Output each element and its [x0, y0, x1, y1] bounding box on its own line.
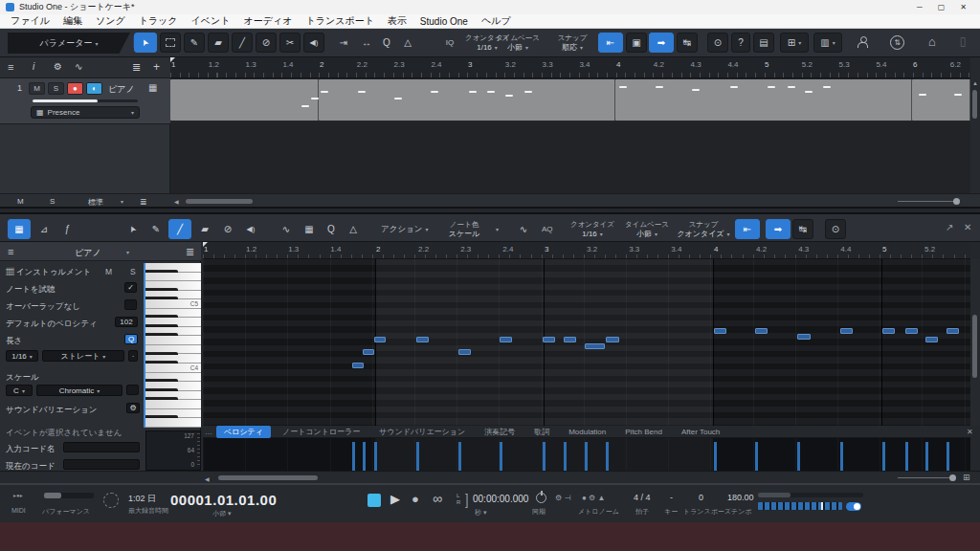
velocity-bar[interactable] — [363, 442, 366, 471]
stop-button[interactable] — [368, 494, 381, 507]
autoscroll-button[interactable]: ⇥ — [333, 33, 354, 53]
score-view-button[interactable]: ƒ — [56, 219, 78, 239]
editor-mute-tool[interactable]: ⊘ — [217, 219, 238, 239]
playhead-flag[interactable] — [170, 57, 175, 62]
midi-note[interactable] — [374, 337, 386, 342]
midi-clip[interactable] — [319, 79, 615, 121]
length-q-button[interactable]: Q — [124, 334, 138, 344]
close-button[interactable]: ✕ — [960, 3, 967, 11]
paint-tool-button[interactable]: ╱ — [232, 33, 253, 53]
velocity-bar[interactable] — [458, 442, 461, 471]
arrange-empty-area[interactable] — [170, 122, 970, 193]
transpose-value[interactable]: 0 — [699, 493, 703, 502]
scroll-left-icon[interactable]: ◀ — [174, 198, 179, 205]
arrange-timeline-ruler[interactable]: 11.21.31.422.22.32.433.23.33.444.24.34.4… — [170, 57, 970, 78]
midi-note[interactable] — [458, 349, 471, 355]
menu-item[interactable]: トラック — [132, 14, 185, 28]
drum-view-button[interactable]: ⊿ — [33, 219, 55, 239]
record-button[interactable]: ● — [412, 492, 419, 506]
velocity-bar[interactable] — [606, 442, 609, 471]
maximize-button[interactable]: ▢ — [938, 3, 946, 11]
arrange-track-lane[interactable] — [170, 78, 970, 122]
zoom-q-button[interactable]: Q — [378, 33, 395, 53]
current-chord-field[interactable] — [63, 459, 140, 470]
menu-item[interactable]: ヘルプ — [475, 14, 518, 28]
help-button[interactable]: ? — [731, 33, 750, 53]
velocity-bar[interactable] — [500, 442, 502, 471]
play-button[interactable]: ▶ — [390, 492, 400, 506]
midi-note[interactable] — [882, 328, 895, 334]
grid-value-dropdown[interactable]: 1/16▾ — [6, 350, 38, 362]
midi-note[interactable] — [363, 349, 374, 355]
track-mute-button[interactable]: M — [29, 82, 45, 95]
eraser-tool-button[interactable]: ▰ — [208, 33, 229, 53]
curve-lines-button[interactable]: ∿ — [513, 219, 534, 239]
scroll-up-icon[interactable]: ▲ — [972, 80, 978, 86]
editor-zoom-knob[interactable] — [949, 474, 956, 481]
time-signature-value[interactable]: 4 / 4 — [634, 493, 651, 502]
metronome-button[interactable]: △ — [397, 33, 418, 53]
show-automation-button[interactable]: ∿ — [276, 219, 297, 239]
snap-control[interactable]: スナップ順応▾ — [547, 32, 597, 55]
timebase-control[interactable]: タイムベース小節▾ — [490, 32, 546, 55]
editor-track-name[interactable]: ピアノ — [75, 247, 101, 259]
midi-note[interactable] — [500, 337, 512, 342]
lane-tab-item[interactable]: Modulation — [561, 427, 613, 437]
playhead-flag[interactable] — [203, 242, 208, 247]
menu-item[interactable]: ファイル — [4, 14, 56, 28]
editor-expand-button[interactable]: ↹ — [792, 219, 813, 239]
scale-root-dropdown[interactable]: C▾ — [6, 385, 33, 396]
menu-item[interactable]: ソング — [89, 14, 132, 28]
lane-tab-item[interactable]: ノートコントローラー — [275, 426, 368, 438]
zoom-slider-knob[interactable] — [953, 198, 960, 205]
snap-to-bar-toggle[interactable]: ⇤ — [598, 33, 623, 53]
chevron-down-icon[interactable]: ▾ — [496, 226, 499, 232]
midi-note[interactable] — [416, 337, 429, 342]
global-solo-button[interactable]: S — [50, 197, 55, 206]
midi-note[interactable] — [352, 363, 364, 368]
velocity-bar[interactable] — [714, 442, 717, 471]
midi-note[interactable] — [947, 328, 959, 334]
track-list-icon[interactable]: ≣ — [132, 61, 141, 74]
hamburger-icon[interactable]: ≡ — [8, 246, 13, 257]
listen-tool-button[interactable]: ◀) — [303, 33, 324, 53]
track-solo-button[interactable]: S — [48, 82, 64, 95]
velocity-bar[interactable] — [947, 442, 949, 471]
velocity-bar[interactable] — [840, 442, 843, 471]
wrench-icon[interactable]: ⚙ — [54, 61, 62, 72]
note-color-control[interactable]: ノート色スケール — [435, 218, 493, 241]
lane-overflow-icon[interactable]: … — [205, 428, 212, 436]
editor-q-button[interactable]: Q — [322, 219, 341, 239]
arrange-vscrollbar[interactable]: ▲ — [970, 57, 980, 193]
editor-snap-control[interactable]: スナップクオンタイズ▾ — [676, 218, 731, 241]
timestretch-button[interactable]: ↔ — [356, 33, 377, 53]
loop-button[interactable]: ∞ — [433, 491, 442, 506]
lane-list-icon[interactable]: ≣ — [140, 197, 147, 207]
velocity-bar[interactable] — [905, 442, 908, 471]
secondary-time[interactable]: 00:00:00.000 — [473, 494, 528, 504]
editor-arrow-tool[interactable]: ➤ — [122, 219, 144, 239]
page-button[interactable]: ▯ — [956, 34, 969, 48]
time-display[interactable]: 00001.01.01.00 — [170, 492, 277, 508]
editor-quantize-control[interactable]: クオンタイズ1/16▾ — [567, 218, 618, 241]
lane-tab-item[interactable]: Pitch Bend — [617, 427, 670, 437]
sound-variation-edit-button[interactable]: ⚙ — [126, 403, 140, 413]
tempo-value[interactable]: 180.00 — [727, 493, 754, 502]
automation-icon[interactable]: ∿ — [75, 61, 82, 72]
editor-hscroll-thumb[interactable] — [218, 475, 318, 480]
vscroll-thumb[interactable] — [972, 90, 977, 119]
default-velocity-value[interactable]: 102 — [115, 317, 138, 327]
editor-zoom-slider[interactable] — [898, 477, 953, 478]
key-value[interactable]: - — [670, 493, 673, 502]
chevron-down-icon[interactable]: ▾ — [121, 198, 123, 205]
velocity-bar[interactable] — [925, 442, 928, 471]
secondary-time-unit[interactable]: 秒 ▾ — [475, 508, 486, 518]
editor-vscrollbar[interactable] — [970, 259, 980, 426]
editor-vscroll-thumb[interactable] — [972, 315, 977, 378]
lane-tab-active[interactable]: ベロシティ — [216, 426, 271, 438]
track-record-arm-button[interactable]: ● — [67, 82, 83, 95]
midi-note[interactable] — [905, 328, 918, 334]
instrument-selector[interactable]: ▦ Presence ▾ — [31, 106, 140, 119]
editor-mute-button[interactable]: M — [105, 267, 112, 276]
piano-view-button[interactable]: ▦ — [8, 219, 31, 239]
